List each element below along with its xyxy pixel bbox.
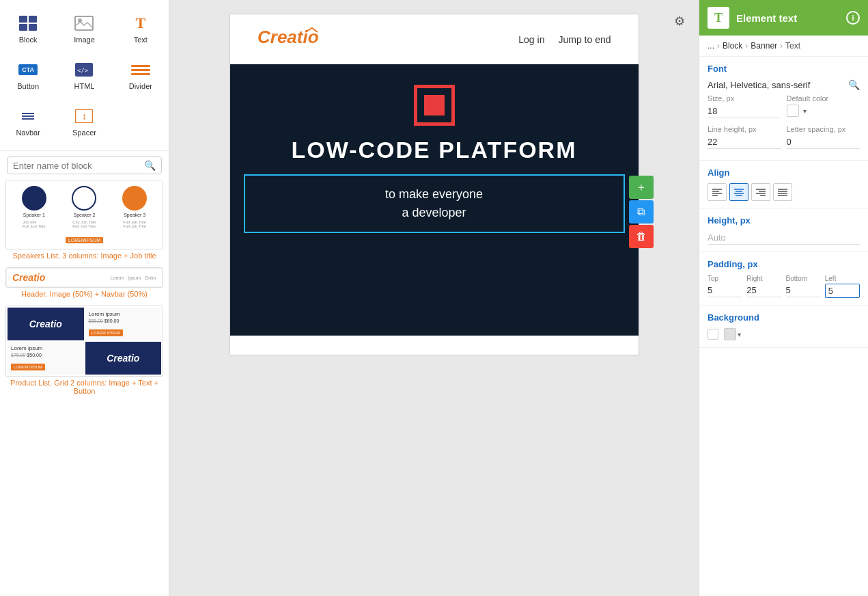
- canvas-banner: LOW-CODE PLATFORM to make everyone a dev…: [230, 64, 639, 336]
- block-item-text[interactable]: T Text: [114, 7, 167, 51]
- background-row: ▾: [708, 328, 860, 340]
- block-label: Block: [19, 36, 38, 44]
- block-item-block[interactable]: Block: [1, 7, 55, 51]
- blocks-grid: Block Image T Text CTA Butto: [0, 0, 169, 151]
- padding-left-label: Left: [825, 275, 860, 282]
- background-checkbox[interactable]: [708, 329, 718, 340]
- divider-icon: [130, 60, 152, 79]
- search-box[interactable]: 🔍: [7, 157, 162, 174]
- letter-spacing-value[interactable]: 0: [787, 135, 860, 149]
- line-height-value[interactable]: 22: [708, 135, 781, 149]
- product-preview: Creatio Lorem ipsum $95.00 $80.00 LOREM …: [5, 306, 163, 377]
- navbar-icon: [17, 107, 39, 126]
- speakers-preview: Speaker 1 Job titleFull Job Title Speake…: [5, 180, 163, 249]
- align-justify-button[interactable]: [773, 183, 792, 201]
- padding-bottom-value[interactable]: 5: [786, 284, 821, 297]
- spacer-label: Spacer: [72, 128, 96, 137]
- block-item-navbar[interactable]: Navbar: [1, 100, 55, 144]
- block-item-image[interactable]: Image: [57, 7, 111, 51]
- padding-section: Padding, px Top 5 Right 25 Bottom 5 Left: [699, 252, 868, 306]
- default-color-group: Default color ▾: [787, 94, 860, 121]
- letter-spacing-label: Letter spacing, px: [787, 125, 860, 133]
- block-item-html[interactable]: </> HTML: [57, 53, 111, 97]
- padding-top-field: Top 5: [708, 275, 742, 298]
- breadcrumb: ... › Block › Banner › Text: [699, 36, 868, 57]
- align-center-button[interactable]: [729, 183, 748, 201]
- banner-icon-inner: [424, 95, 445, 116]
- button-icon: CTA: [17, 60, 39, 79]
- image-icon: [73, 14, 95, 33]
- background-swatch[interactable]: [724, 328, 736, 340]
- height-section: Height, px Auto: [699, 208, 868, 252]
- size-label: Size, px: [708, 94, 781, 103]
- font-section-title: Font: [708, 64, 860, 74]
- email-canvas: Creatio Log in Jump to end LOW-CODE PLAT…: [229, 14, 639, 355]
- text-icon: T: [130, 14, 152, 33]
- spacer-icon: [73, 107, 95, 126]
- delete-block-button[interactable]: 🗑: [629, 225, 654, 248]
- padding-bottom-field: Bottom 5: [786, 275, 821, 298]
- rs-header: T Element text i: [699, 0, 868, 36]
- canvas-nav-login[interactable]: Log in: [518, 34, 544, 45]
- padding-left-input[interactable]: [825, 284, 860, 298]
- header-preview: Creatio Lorem ipsum Dolor: [5, 267, 163, 288]
- letter-spacing-group: Letter spacing, px 0: [787, 125, 860, 149]
- button-label: Button: [17, 82, 39, 90]
- padding-left-field: Left: [825, 275, 860, 298]
- svg-text:</>: </>: [77, 67, 89, 74]
- align-left-button[interactable]: [708, 183, 727, 201]
- background-section: Background ▾: [699, 306, 868, 348]
- canvas-text-block[interactable]: to make everyone a developer ＋ ⧉ 🗑: [244, 174, 625, 233]
- breadcrumb-block[interactable]: Block: [723, 41, 742, 51]
- canvas-empty-section: [244, 233, 625, 315]
- padding-grid: Top 5 Right 25 Bottom 5 Left: [708, 275, 860, 298]
- header-label: Header. Image (50%) + Navbar (50%): [5, 288, 163, 301]
- image-label: Image: [74, 36, 95, 44]
- canvas-text-content: to make everyone a developer: [249, 185, 620, 222]
- font-family-value: Arial, Helvetica, sans-serif: [708, 80, 848, 90]
- block-icon: [17, 14, 39, 33]
- background-color-chevron-icon: ▾: [738, 331, 741, 338]
- svg-rect-0: [75, 16, 93, 30]
- padding-section-title: Padding, px: [708, 259, 860, 269]
- color-dropdown[interactable]: ▾: [803, 107, 807, 115]
- template-card-header[interactable]: Creatio Lorem ipsum Dolor Header. Image …: [5, 267, 163, 301]
- padding-right-field: Right 25: [746, 275, 781, 298]
- height-value-row: Auto: [708, 231, 860, 245]
- size-value[interactable]: 18: [708, 105, 781, 118]
- padding-right-value[interactable]: 25: [746, 284, 781, 297]
- height-section-title: Height, px: [708, 215, 860, 226]
- block-item-spacer[interactable]: Spacer: [57, 100, 111, 144]
- info-button[interactable]: i: [846, 11, 860, 25]
- template-card-speakers[interactable]: Speaker 1 Job titleFull Job Title Speake…: [5, 180, 163, 263]
- breadcrumb-dots: ...: [708, 41, 714, 51]
- copy-block-button[interactable]: ⧉: [629, 200, 654, 224]
- templates-area: Speaker 1 Job titleFull Job Title Speake…: [0, 180, 169, 596]
- speakers-label: Speakers List. 3 columns: Image + Job ti…: [5, 249, 163, 263]
- chevron-down-icon: ▾: [803, 107, 807, 115]
- font-search-icon[interactable]: 🔍: [848, 79, 860, 90]
- breadcrumb-banner[interactable]: Banner: [751, 41, 777, 51]
- default-color-label: Default color: [787, 94, 860, 103]
- block-item-button[interactable]: CTA Button: [1, 53, 55, 97]
- padding-top-label: Top: [708, 275, 742, 282]
- add-block-button[interactable]: ＋: [629, 176, 654, 199]
- canvas-nav-jump[interactable]: Jump to end: [558, 34, 611, 45]
- search-input[interactable]: [13, 161, 144, 171]
- align-right-button[interactable]: [751, 183, 770, 201]
- height-value[interactable]: Auto: [708, 231, 860, 245]
- padding-top-value[interactable]: 5: [708, 284, 742, 297]
- block-item-divider[interactable]: Divider: [114, 53, 167, 97]
- background-swatch-wrap: ▾: [724, 328, 741, 340]
- size-group: Size, px 18: [708, 94, 781, 121]
- line-height-group: Line height, px 22: [708, 125, 781, 149]
- size-color-row: Size, px 18 Default color ▾: [708, 94, 860, 121]
- color-swatch[interactable]: [787, 105, 799, 117]
- main-canvas: ⚙ Creatio Log in Jump to end LOW-CODE PL…: [169, 0, 699, 596]
- font-family-row: Arial, Helvetica, sans-serif 🔍: [708, 79, 860, 90]
- settings-icon[interactable]: ⚙: [674, 14, 685, 29]
- search-icon: 🔍: [144, 160, 156, 171]
- product-label: Product List. Grid 2 columns: Image + Te…: [5, 377, 163, 398]
- font-section: Font Arial, Helvetica, sans-serif 🔍 Size…: [699, 57, 868, 161]
- template-card-product[interactable]: Creatio Lorem ipsum $95.00 $80.00 LOREM …: [5, 306, 163, 398]
